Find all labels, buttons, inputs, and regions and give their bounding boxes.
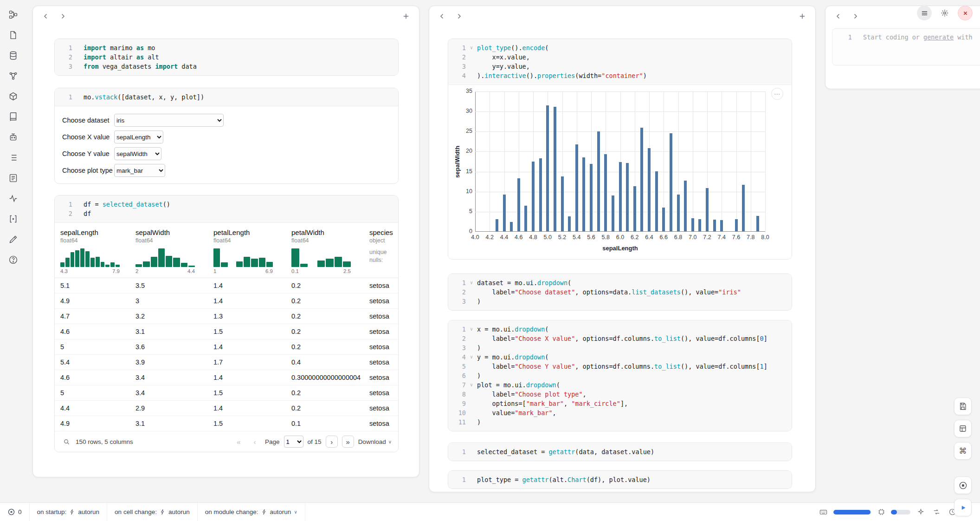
on-cell-change-chip[interactable]: on cell change: autorun bbox=[107, 503, 198, 521]
code-editor[interactable]: 1∨dataset = mo.ui.dropdown(2 label="Choo… bbox=[448, 274, 792, 310]
range-min: 0.1 bbox=[291, 268, 299, 274]
new-cell-editor[interactable]: 1 Start coding or generate with bbox=[832, 28, 980, 65]
on-startup-chip[interactable]: on startup: autorun bbox=[30, 503, 108, 521]
code-line: 4).interactive().properties(width="conta… bbox=[452, 71, 786, 80]
layout-grid-icon[interactable] bbox=[954, 420, 972, 437]
table-row[interactable]: 4.93.11.50.1setosa bbox=[55, 416, 398, 431]
help-icon[interactable] bbox=[6, 253, 20, 267]
terminal-icon[interactable] bbox=[6, 212, 20, 226]
error-indicator[interactable]: 0 bbox=[0, 503, 30, 521]
column-header bbox=[33, 6, 419, 26]
table-cell: 5.1 bbox=[60, 282, 135, 289]
dataset-dropdown[interactable]: iris bbox=[114, 114, 224, 127]
documentation-icon[interactable] bbox=[6, 110, 20, 124]
generate-with-ai-link[interactable]: generate bbox=[923, 33, 954, 41]
table-cell: 1.5 bbox=[213, 328, 291, 335]
column-move-left-button[interactable] bbox=[832, 10, 845, 23]
histogram-bar bbox=[181, 263, 187, 267]
fold-chevron-icon[interactable]: ∨ bbox=[466, 380, 477, 390]
code-editor[interactable]: 1import marimo as mo2import altair as al… bbox=[55, 39, 398, 75]
code-editor[interactable]: 1df = selected_dataset()2df bbox=[55, 195, 398, 222]
histogram-bar bbox=[244, 257, 250, 267]
column-move-right-button[interactable] bbox=[849, 10, 862, 23]
chart-bar bbox=[713, 220, 716, 231]
table-row[interactable]: 53.41.50.2setosa bbox=[55, 385, 398, 401]
fold-chevron-icon[interactable]: ∨ bbox=[466, 352, 477, 362]
ai-chat-icon[interactable] bbox=[6, 130, 20, 144]
stop-icon[interactable] bbox=[954, 476, 972, 494]
tracing-icon[interactable] bbox=[6, 191, 20, 205]
code-editor[interactable]: 1selected_dataset = getattr(data, datase… bbox=[448, 443, 792, 461]
column-range: 0.12.5 bbox=[291, 268, 351, 274]
code-editor[interactable]: 1mo.vstack([dataset, x, y, plot]) bbox=[55, 88, 398, 106]
column-header[interactable]: petalLengthfloat6416.9 bbox=[213, 228, 291, 274]
add-column-button[interactable] bbox=[796, 10, 809, 23]
ai-sparkle-icon[interactable] bbox=[915, 507, 926, 518]
file-icon[interactable] bbox=[6, 28, 20, 42]
table-row[interactable]: 4.931.40.2setosa bbox=[55, 293, 398, 309]
code-editor[interactable]: 1plot_type = getattr(alt.Chart(df), plot… bbox=[448, 471, 792, 488]
add-column-button[interactable] bbox=[400, 10, 413, 23]
previous-page-button[interactable]: ‹ bbox=[249, 436, 261, 448]
column-move-right-button[interactable] bbox=[452, 10, 465, 23]
histogram-bar bbox=[259, 258, 265, 267]
plot-type-dropdown[interactable]: mark_bar bbox=[114, 164, 165, 177]
package-icon[interactable] bbox=[6, 89, 20, 103]
x-value-dropdown[interactable]: sepalLength bbox=[114, 130, 163, 143]
editor-placeholder: Start coding or generate with bbox=[863, 33, 973, 60]
explorer-tree-icon[interactable] bbox=[6, 7, 20, 21]
chart-menu-button[interactable]: ⋯ bbox=[771, 88, 783, 100]
download-label: Download bbox=[358, 438, 386, 445]
chart-bar bbox=[691, 218, 694, 231]
fold-chevron-icon[interactable]: ∨ bbox=[466, 325, 477, 334]
first-page-button[interactable]: « bbox=[232, 436, 245, 448]
swap-icon[interactable] bbox=[931, 507, 942, 518]
column-header[interactable]: sepalLengthfloat644.37.9 bbox=[60, 228, 135, 274]
download-button[interactable]: Download∨ bbox=[358, 438, 392, 445]
table-cell: 1.4 bbox=[213, 374, 291, 381]
code-editor[interactable]: 1∨plot_type().encode(2 x=x.value,3 y=y.v… bbox=[448, 39, 792, 85]
table-row[interactable]: 4.42.91.40.2setosa bbox=[55, 401, 398, 416]
outline-icon[interactable] bbox=[6, 150, 20, 164]
table-row[interactable]: 4.63.41.40.30000000000000004setosa bbox=[55, 370, 398, 385]
bar-chart[interactable]: 051015202530354.04.24.44.64.85.05.25.45.… bbox=[475, 91, 765, 232]
column-header[interactable]: speciesobjectuniquenulls: bbox=[369, 228, 398, 274]
x-tick-label: 5.8 bbox=[598, 234, 613, 241]
y-value-dropdown[interactable]: sepalWidth bbox=[114, 147, 161, 160]
database-icon[interactable] bbox=[6, 48, 20, 62]
code-editor[interactable]: 1∨x = mo.ui.dropdown(2 label="Choose X v… bbox=[448, 320, 792, 431]
save-icon[interactable] bbox=[954, 397, 972, 415]
table-search-button[interactable] bbox=[61, 436, 71, 447]
next-page-button[interactable]: › bbox=[326, 436, 338, 448]
column-header[interactable]: sepalWidthfloat6424.4 bbox=[135, 228, 213, 274]
dropdown-row: Choose X valuesepalLength bbox=[55, 129, 398, 145]
snippets-icon[interactable] bbox=[6, 232, 20, 246]
table-row[interactable]: 4.63.11.50.2setosa bbox=[55, 324, 398, 339]
run-all-icon[interactable] bbox=[954, 499, 972, 516]
last-page-button[interactable]: » bbox=[342, 436, 354, 448]
fold-chevron-icon[interactable]: ∨ bbox=[466, 43, 477, 52]
keyboard-icon[interactable] bbox=[818, 507, 829, 518]
table-row[interactable]: 4.73.21.30.2setosa bbox=[55, 309, 398, 324]
code-text: ) bbox=[477, 417, 481, 427]
column-move-left-button[interactable] bbox=[39, 10, 52, 23]
menu-icon[interactable] bbox=[917, 6, 932, 20]
on-module-change-chip[interactable]: on module change: autorun ∨ bbox=[198, 503, 305, 521]
fold-spacer bbox=[466, 399, 477, 408]
shutdown-icon[interactable] bbox=[958, 6, 973, 20]
notes-icon[interactable] bbox=[6, 171, 20, 185]
settings-gear-icon[interactable] bbox=[937, 6, 952, 20]
table-row[interactable]: 53.61.40.2setosa bbox=[55, 339, 398, 355]
fold-chevron-icon[interactable]: ∨ bbox=[466, 278, 477, 287]
column-move-right-button[interactable] bbox=[56, 10, 69, 23]
variables-graph-icon[interactable] bbox=[6, 69, 20, 83]
page-select[interactable]: 1 bbox=[284, 436, 303, 448]
table-row[interactable]: 5.43.91.70.4setosa bbox=[55, 355, 398, 370]
column-header[interactable]: petalWidthfloat640.12.5 bbox=[291, 228, 369, 274]
line-number: 4 bbox=[452, 352, 466, 362]
column-move-left-button[interactable] bbox=[436, 10, 449, 23]
table-cell: 0.4 bbox=[291, 358, 369, 366]
histogram-bar bbox=[116, 265, 120, 267]
keyboard-shortcuts-icon[interactable]: ⌘ bbox=[954, 442, 972, 460]
table-row[interactable]: 5.13.51.40.2setosa bbox=[55, 278, 398, 293]
